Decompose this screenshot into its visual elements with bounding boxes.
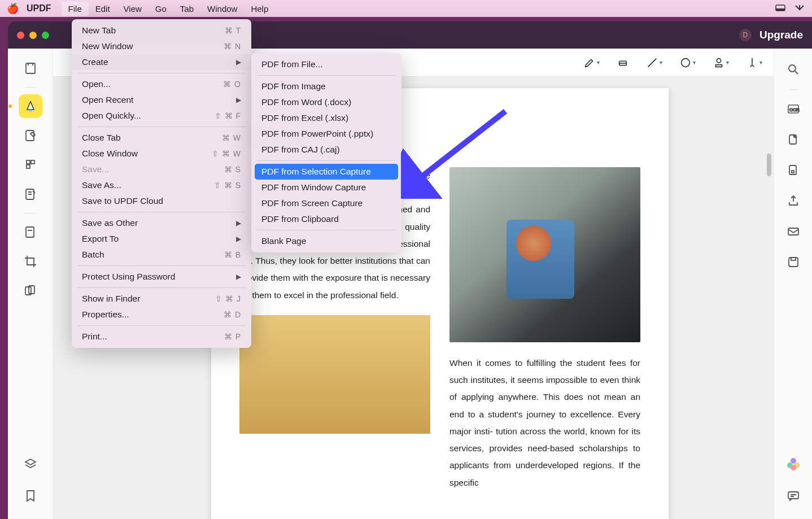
protect-button[interactable]	[782, 159, 805, 182]
menu-view[interactable]: View	[117, 2, 149, 16]
menu-open-quickly[interactable]: Open Quickly...⇧ ⌘ F	[72, 108, 251, 124]
comment-button[interactable]	[782, 484, 805, 508]
svg-rect-9	[26, 227, 34, 237]
menu-blank-page[interactable]: Blank Page	[251, 233, 401, 249]
document-column-right: When it comes to fulfilling the student …	[449, 167, 640, 491]
menu-help[interactable]: Help	[244, 2, 275, 16]
share-button[interactable]	[782, 189, 805, 213]
menu-create[interactable]: Create▶	[72, 54, 251, 70]
svg-rect-5	[27, 160, 30, 164]
svg-point-15	[789, 65, 796, 72]
window-controls	[17, 32, 49, 39]
menu-new-window[interactable]: New Window⌘ N	[72, 38, 251, 54]
menu-pdf-from-excel[interactable]: PDF from Excel (.xlsx)	[251, 110, 401, 126]
menu-batch[interactable]: Batch⌘ B	[72, 247, 251, 263]
svg-rect-28	[788, 492, 798, 499]
svg-rect-1	[776, 8, 785, 11]
menu-pdf-from-word[interactable]: PDF from Word (.docx)	[251, 94, 401, 110]
ocr-button[interactable]: OCR	[782, 98, 805, 121]
separator	[25, 87, 36, 88]
separator	[77, 287, 246, 288]
menu-protect[interactable]: Protect Using Password▶	[72, 269, 251, 285]
edit-tool[interactable]	[19, 124, 42, 147]
menu-save-as[interactable]: Save As...⇧ ⌘ S	[72, 177, 251, 193]
menu-pdf-from-selection-capture[interactable]: PDF from Selection Capture	[255, 164, 398, 180]
menu-pdf-from-file[interactable]: PDF from File...	[251, 56, 401, 72]
convert-button[interactable]	[782, 128, 805, 152]
create-submenu: PDF from File... PDF from Image PDF from…	[251, 53, 401, 252]
menu-print[interactable]: Print...⌘ P	[72, 329, 251, 344]
line-tool[interactable]: ▾	[646, 56, 662, 69]
close-window-button[interactable]	[17, 32, 24, 39]
svg-text:OCR: OCR	[789, 107, 800, 112]
menu-go[interactable]: Go	[149, 2, 173, 16]
menu-close-tab[interactable]: Close Tab⌘ W	[72, 130, 251, 146]
form-tool[interactable]	[19, 182, 42, 206]
maximize-window-button[interactable]	[42, 32, 49, 39]
separator	[25, 213, 36, 213]
user-avatar[interactable]: D	[739, 29, 752, 41]
chevron-right-icon: ▶	[236, 219, 241, 227]
layers-button[interactable]	[19, 452, 42, 476]
apple-icon[interactable]: 🍎	[7, 3, 19, 15]
separator	[77, 325, 246, 326]
menu-new-tab[interactable]: New Tab⌘ T	[72, 23, 251, 38]
ai-button[interactable]	[782, 452, 805, 476]
upgrade-button[interactable]: Upgrade	[759, 29, 803, 41]
svg-rect-23	[791, 258, 796, 260]
menu-pdf-from-screen-capture[interactable]: PDF from Screen Capture	[251, 195, 401, 211]
crop-tool[interactable]	[19, 250, 42, 273]
scrollbar-thumb[interactable]	[767, 154, 771, 176]
menu-pdf-from-powerpoint[interactable]: PDF from PowerPoint (.pptx)	[251, 126, 401, 142]
pencil-tool[interactable]: ▾	[583, 56, 600, 69]
right-sidebar: OCR	[774, 49, 812, 519]
menu-save-cloud[interactable]: Save to UPDF Cloud	[72, 193, 251, 209]
shape-tool[interactable]: ▾	[679, 56, 696, 69]
search-button[interactable]	[782, 58, 805, 81]
bookmark-button[interactable]	[19, 484, 42, 508]
svg-rect-22	[789, 258, 798, 267]
menu-export-to[interactable]: Export To▶	[72, 231, 251, 247]
menu-save: Save...⌘ S	[72, 162, 251, 177]
stamp-tool[interactable]: ▾	[713, 56, 729, 69]
separator	[257, 230, 396, 230]
eraser-tool[interactable]	[617, 56, 629, 69]
menu-tab[interactable]: Tab	[173, 2, 200, 16]
email-button[interactable]	[782, 220, 805, 243]
minimize-window-button[interactable]	[29, 32, 37, 39]
organize-tool[interactable]	[19, 153, 42, 177]
svg-point-14	[717, 58, 721, 62]
menu-pdf-from-clipboard[interactable]: PDF from Clipboard	[251, 211, 401, 227]
tray-icon-2[interactable]	[794, 4, 805, 13]
menu-pdf-from-caj[interactable]: PDF from CAJ (.caj)	[251, 142, 401, 158]
app-name[interactable]: UPDF	[27, 3, 51, 14]
redact-tool[interactable]	[19, 220, 42, 244]
compare-tool[interactable]	[19, 279, 42, 303]
menu-properties[interactable]: Properties...⌘ D	[72, 307, 251, 322]
reader-tool[interactable]	[19, 56, 42, 80]
menu-window[interactable]: Window	[200, 2, 244, 16]
menu-edit[interactable]: Edit	[89, 2, 117, 16]
tray-icon-1[interactable]	[775, 4, 786, 13]
separator	[77, 73, 246, 73]
menu-pdf-from-image[interactable]: PDF from Image	[251, 78, 401, 94]
menu-open[interactable]: Open...⌘ O	[72, 76, 251, 92]
chevron-right-icon: ▶	[236, 58, 241, 66]
chevron-right-icon: ▶	[236, 235, 241, 243]
svg-point-24	[791, 458, 796, 464]
svg-rect-21	[788, 228, 798, 235]
svg-point-27	[791, 465, 796, 470]
menu-close-window[interactable]: Close Window⇧ ⌘ W	[72, 146, 251, 162]
svg-rect-3	[29, 110, 32, 111]
highlighter-tool[interactable]	[19, 94, 42, 118]
menu-save-other[interactable]: Save as Other▶	[72, 215, 251, 231]
menu-pdf-from-window-capture[interactable]: PDF from Window Capture	[251, 180, 401, 195]
save-button[interactable]	[782, 250, 805, 274]
svg-rect-6	[31, 160, 34, 164]
menu-file[interactable]: File	[62, 2, 89, 16]
menu-open-recent[interactable]: Open Recent▶	[72, 92, 251, 108]
document-image-1	[449, 167, 640, 342]
signature-tool[interactable]: ▾	[746, 56, 762, 69]
separator	[77, 265, 246, 266]
menu-show-finder[interactable]: Show in Finder⇧ ⌘ J	[72, 291, 251, 307]
